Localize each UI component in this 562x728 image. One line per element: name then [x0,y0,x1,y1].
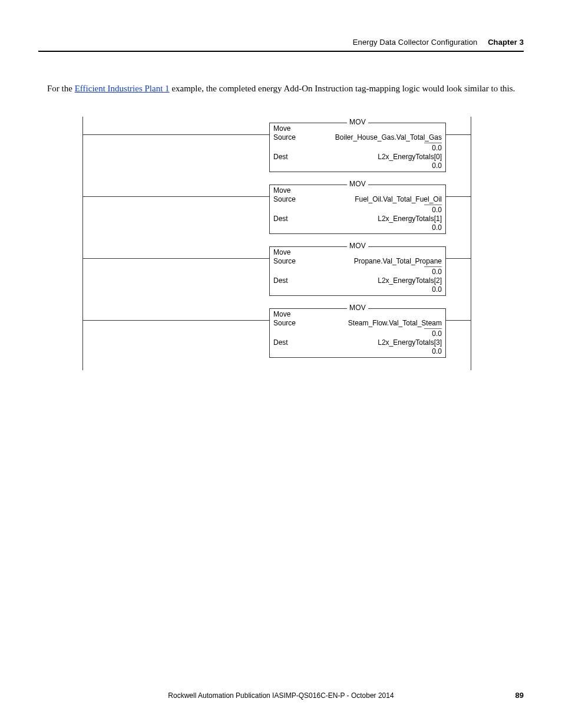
mov-source-tag: Propane.Val_Total_Propane [354,257,442,266]
mov-block: MOV Move Source Fuel_Oil.Val_Total_Fuel_… [269,185,446,234]
mov-dest-label: Dest [273,338,292,347]
value-divider [424,328,442,329]
mov-block: MOV Move Source Propane.Val_Total_Propan… [269,246,446,296]
mov-dest-value: 0.0 [273,285,442,294]
ladder-rung: MOV Move Source Propane.Val_Total_Propan… [83,241,471,302]
para-pre: For the [47,84,75,93]
header-chapter: Chapter 3 [488,38,524,47]
page-number: 89 [515,691,524,700]
mov-dest-label: Dest [273,153,292,162]
mov-title: MOV [347,304,368,312]
page: Energy Data Collector Configuration Chap… [0,0,562,728]
mov-source-value: 0.0 [273,206,442,215]
mov-dest-value: 0.0 [273,347,442,356]
mov-dest-value: 0.0 [273,162,442,170]
rung-wire-in [83,196,269,197]
mov-source-value: 0.0 [273,144,442,153]
value-divider [424,143,442,143]
mov-title: MOV [347,180,368,189]
page-footer: Rockwell Automation Publication IASIMP-Q… [38,691,524,700]
header-section: Energy Data Collector Configuration [353,38,478,47]
ladder-rail-right [471,117,471,370]
value-divider [424,205,442,205]
mov-block: MOV Move Source Boiler_House_Gas.Val_Tot… [269,123,446,172]
mov-source-label: Source [273,257,299,266]
mov-title: MOV [347,242,368,251]
mov-dest-tag: L2x_EnergyTotals[3] [378,338,442,347]
mov-source-tag: Steam_Flow.Val_Total_Steam [348,319,442,328]
mov-dest-value: 0.0 [273,223,442,232]
mov-source-label: Source [273,319,299,328]
rung-wire-in [83,134,269,135]
publication-id: Rockwell Automation Publication IASIMP-Q… [38,691,524,700]
mov-dest-tag: L2x_EnergyTotals[2] [378,276,442,285]
mov-source-value: 0.0 [273,330,442,338]
body-paragraph: For the Efficient Industries Plant 1 exa… [47,83,521,95]
ladder-rung: MOV Move Source Steam_Flow.Val_Total_Ste… [83,302,471,364]
ladder-rung: MOV Move Source Boiler_House_Gas.Val_Tot… [83,117,471,179]
mov-source-tag: Fuel_Oil.Val_Total_Fuel_Oil [355,195,442,204]
header-rule [38,51,524,52]
ladder-diagram: MOV Move Source Boiler_House_Gas.Val_Tot… [82,117,471,370]
mov-dest-label: Dest [273,215,292,223]
mov-source-value: 0.0 [273,268,442,276]
mov-source-tag: Boiler_House_Gas.Val_Total_Gas [335,133,442,142]
rung-wire-in [83,258,269,259]
mov-dest-tag: L2x_EnergyTotals[1] [378,215,442,223]
ladder-rung: MOV Move Source Fuel_Oil.Val_Total_Fuel_… [83,179,471,241]
rung-wire-in [83,320,269,321]
value-divider [424,266,442,267]
mov-block: MOV Move Source Steam_Flow.Val_Total_Ste… [269,308,446,358]
mov-source-label: Source [273,133,299,142]
efficient-industries-link[interactable]: Efficient Industries Plant 1 [75,84,170,93]
running-header: Energy Data Collector Configuration Chap… [353,38,524,47]
mov-dest-tag: L2x_EnergyTotals[0] [378,153,442,162]
mov-title: MOV [347,118,368,127]
mov-source-label: Source [273,195,299,204]
para-post: example, the completed energy Add-On Ins… [170,84,515,93]
mov-dest-label: Dest [273,276,292,285]
